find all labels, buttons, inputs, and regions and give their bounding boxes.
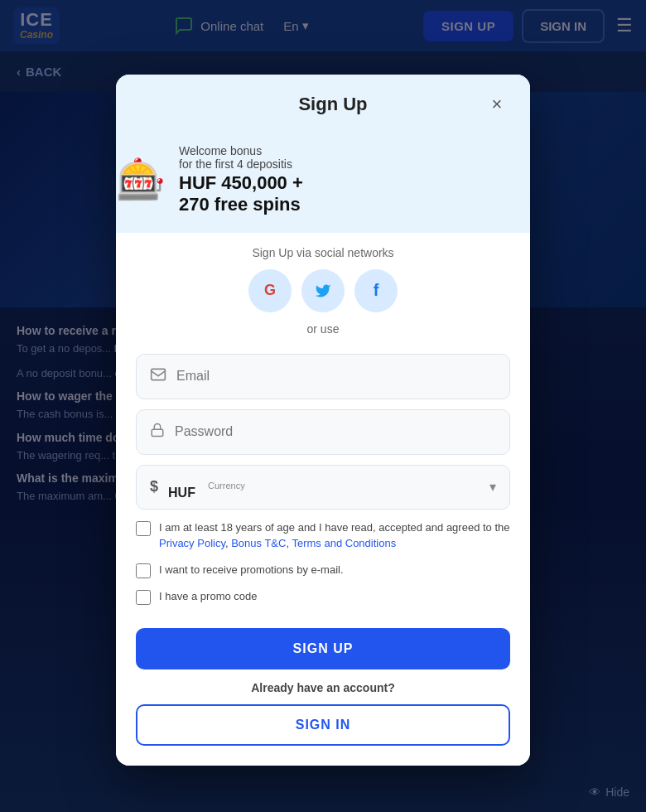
email-field[interactable] [136, 354, 510, 399]
bonus-welcome-line1: Welcome bonus for the first 4 depositis [179, 144, 303, 171]
age-checkbox[interactable] [136, 521, 151, 536]
promo-checkbox[interactable] [136, 563, 151, 578]
bonus-icon: 🎰 [116, 160, 166, 200]
lock-icon [150, 422, 165, 442]
age-checkbox-row: I am at least 18 years of age and I have… [136, 520, 510, 552]
age-checkbox-label: I am at least 18 years of age and I have… [159, 520, 510, 552]
modal-close-button[interactable]: × [484, 91, 510, 118]
email-icon [150, 366, 166, 387]
password-field[interactable] [136, 409, 510, 455]
currency-icon: $ [150, 478, 158, 495]
privacy-policy-link[interactable]: Privacy Policy [159, 537, 225, 549]
social-buttons: G f [136, 269, 510, 312]
or-use-label: or use [136, 322, 510, 336]
svg-rect-0 [152, 369, 166, 379]
facebook-icon: f [374, 281, 379, 300]
currency-field[interactable]: $ Currency HUF ▾ [136, 465, 510, 510]
email-input[interactable] [176, 369, 496, 384]
signin-modal-button[interactable]: SIGN IN [136, 704, 510, 746]
promo-checkbox-label: I want to receive promotions by e-mail. [159, 562, 344, 578]
bonus-tnc-link[interactable]: Bonus T&C [231, 537, 286, 549]
terms-conditions-link[interactable]: Terms and Conditions [292, 537, 396, 549]
svg-rect-1 [152, 429, 163, 436]
promo-code-checkbox-label: I have a promo code [159, 588, 258, 605]
twitter-icon [315, 283, 331, 299]
promo-code-checkbox[interactable] [136, 590, 151, 605]
promo-checkbox-row: I want to receive promotions by e-mail. [136, 562, 510, 578]
bonus-amount: HUF 450,000 + 270 free spins [179, 172, 303, 216]
currency-chevron-icon: ▾ [489, 479, 496, 495]
bonus-section: 🎰 Welcome bonus for the first 4 depositi… [116, 131, 530, 233]
promo-code-checkbox-row: I have a promo code [136, 588, 510, 605]
signup-submit-button[interactable]: SIGN UP [136, 628, 510, 669]
currency-label: Currency [208, 481, 245, 491]
password-input[interactable] [175, 424, 496, 439]
modal-body: Sign Up via social networks G f or use [116, 233, 530, 766]
modal-title: Sign Up [182, 94, 484, 115]
facebook-signin-button[interactable]: f [354, 269, 398, 312]
social-label: Sign Up via social networks [136, 246, 510, 259]
google-icon: G [264, 282, 276, 299]
bonus-text: Welcome bonus for the first 4 depositis … [179, 144, 303, 216]
twitter-signin-button[interactable] [301, 269, 345, 312]
google-signin-button[interactable]: G [248, 269, 292, 312]
signup-modal: Sign Up × 🎰 Welcome bonus for the first … [116, 75, 530, 766]
social-section: Sign Up via social networks G f or use [136, 233, 510, 354]
already-account-label: Already have an account? [136, 681, 510, 694]
modal-header: Sign Up × [116, 75, 530, 131]
